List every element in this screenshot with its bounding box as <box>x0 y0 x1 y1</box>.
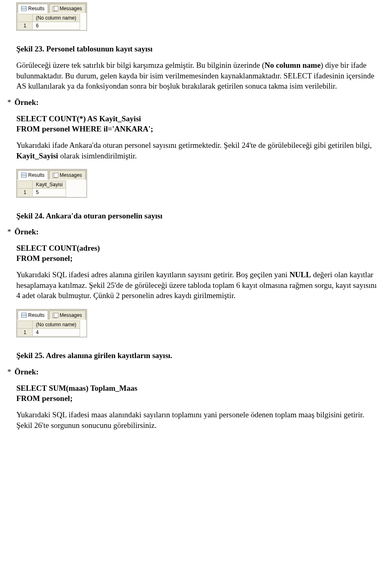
sql-results-panel-3: Results Messages (No column name) 1 4 <box>16 309 87 337</box>
panel-tabs: Results Messages <box>17 3 87 13</box>
sql-code: SELECT COUNT(*) AS Kayit_Sayisi FROM per… <box>16 114 380 134</box>
messages-tab[interactable]: Messages <box>49 170 86 180</box>
messages-icon <box>53 173 58 178</box>
grid-icon <box>21 313 27 318</box>
column-header: (No column name) <box>33 321 80 329</box>
messages-tab[interactable]: Messages <box>49 310 86 320</box>
row-number: 1 <box>18 22 33 30</box>
sql-results-panel-2: Results Messages Kayit_Sayisi 1 5 <box>16 169 87 197</box>
sql-results-panel-1: Results Messages (No column name) 1 6 <box>16 2 87 31</box>
paragraph: Görüleceği üzere tek satırlık bir bilgi … <box>16 60 380 91</box>
results-grid: Kayit_Sayisi 1 5 <box>17 180 66 196</box>
example-heading: *Örnek: <box>7 227 380 237</box>
results-grid: (No column name) 1 6 <box>17 14 80 30</box>
paragraph: Yukarıdaki SQL ifadesi adres alanına gir… <box>16 269 380 301</box>
example-heading: *Örnek: <box>7 97 380 108</box>
messages-icon <box>53 313 58 318</box>
paragraph: Yukarıdaki ifade Ankara'da oturan person… <box>16 140 380 161</box>
tab-label: Messages <box>60 312 82 318</box>
corner-cell <box>18 14 33 22</box>
results-grid: (No column name) 1 4 <box>17 321 80 336</box>
corner-cell <box>18 321 33 329</box>
messages-tab[interactable]: Messages <box>49 4 86 13</box>
column-header: (No column name) <box>33 14 80 22</box>
panel-tabs: Results Messages <box>17 310 87 320</box>
example-heading: *Örnek: <box>7 367 380 377</box>
sql-code: SELECT COUNT(adres) FROM personel; <box>16 243 380 264</box>
tab-label: Results <box>28 5 45 12</box>
figure-caption-24: Şekil 24. Ankara'da oturan personelin sa… <box>16 211 380 221</box>
tab-label: Results <box>28 312 45 318</box>
row-number: 1 <box>18 329 33 336</box>
figure-caption-25: Şekil 25. Adres alanına girilen kayıtlar… <box>16 350 380 361</box>
column-header: Kayit_Sayisi <box>33 181 66 189</box>
results-tab[interactable]: Results <box>18 310 48 320</box>
grid-icon <box>21 6 27 11</box>
results-tab[interactable]: Results <box>18 4 48 13</box>
paragraph: Yukarıdaki SQL ifadesi maas alanındaki s… <box>16 410 380 430</box>
results-tab[interactable]: Results <box>18 170 48 180</box>
corner-cell <box>18 181 33 189</box>
tab-label: Messages <box>60 172 82 178</box>
sql-code: SELECT SUM(maas) Toplam_Maas FROM person… <box>16 383 380 404</box>
tab-label: Results <box>28 172 45 178</box>
cell-value: 6 <box>33 22 80 30</box>
cell-value: 4 <box>33 329 80 336</box>
figure-caption-23: Şekil 23. Personel tablosunun kayıt sayı… <box>16 44 380 54</box>
messages-icon <box>53 6 58 11</box>
tab-label: Messages <box>60 5 82 12</box>
panel-tabs: Results Messages <box>17 169 87 180</box>
cell-value: 5 <box>33 189 66 196</box>
row-number: 1 <box>18 189 33 196</box>
grid-icon <box>21 173 27 178</box>
